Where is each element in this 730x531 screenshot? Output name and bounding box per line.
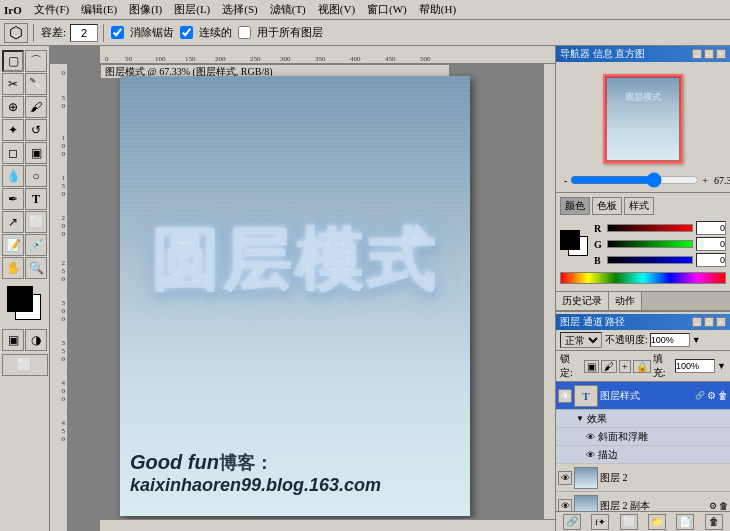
tool-notes[interactable]: 📝 [2,234,24,256]
tool-brush[interactable]: 🖌 [25,96,47,118]
tool-quickmask-mode[interactable]: ◑ [25,329,47,351]
contiguous-checkbox[interactable] [180,26,193,39]
b-value-input[interactable] [696,253,726,267]
tool-healing[interactable]: ⊕ [2,96,24,118]
fill-input[interactable] [675,359,715,373]
opacity-dropdown-icon[interactable]: ▼ [692,335,701,345]
layer-2-copy-delete[interactable]: 🗑 [719,501,728,511]
tool-row-2: ✂ 🔪 [2,73,47,95]
effect-stroke-label: 描边 [598,448,618,462]
tool-gradient[interactable]: ▣ [25,142,47,164]
tool-lasso[interactable]: ⌒ [25,50,47,72]
tolerance-input[interactable] [70,24,98,42]
zoom-in-icon[interactable]: + [702,175,708,186]
tool-row-7: ✒ T [2,188,47,210]
antialias-checkbox[interactable] [111,26,124,39]
tab-styles[interactable]: 样式 [624,197,654,215]
tool-history-brush[interactable]: ↺ [25,119,47,141]
menu-image[interactable]: 图像(I) [123,0,168,19]
g-value-input[interactable] [696,237,726,251]
layer-delete-btn[interactable]: 🗑 [705,514,723,530]
minimize-button[interactable]: _ [692,49,702,59]
navigator-thumbnail: 圆层模式 [603,74,683,164]
canvas-goodfun-text: Good fun [130,451,219,473]
layer-mask-btn[interactable]: ⬜ [620,514,638,530]
layer-fx-btn[interactable]: f✦ [591,514,609,530]
tab-color[interactable]: 颜色 [560,197,590,215]
tool-path-select[interactable]: ↗ [2,211,24,233]
tool-standard-mode[interactable]: ▣ [2,329,24,351]
g-label: G [594,239,604,250]
menu-view[interactable]: 视图(V) [312,0,361,19]
navigator-section: 导航器 信息 直方图 _ □ × 圆层模式 - + 67.3 [556,46,730,192]
maximize-button[interactable]: □ [704,49,714,59]
tool-dodge[interactable]: ○ [25,165,47,187]
lock-label: 锁定: [560,352,582,380]
lock-image-icon[interactable]: 🖌 [601,360,617,373]
layers-titlebar: 图层 通道 路径 _ □ × [556,314,730,330]
menu-window[interactable]: 窗口(W) [361,0,413,19]
tool-crop[interactable]: ✂ [2,73,24,95]
layer-effect-eye-bevel[interactable]: 👁 [586,432,595,442]
r-value-input[interactable] [696,221,726,235]
tool-blur[interactable]: 💧 [2,165,24,187]
tab-swatches[interactable]: 色板 [592,197,622,215]
vertical-scrollbar[interactable] [543,64,555,519]
layer-eye-2[interactable]: 👁 [558,471,572,485]
fill-label: 填充: [653,352,673,380]
zoom-slider[interactable] [570,174,699,186]
layer-item-2-copy[interactable]: 👁 图层 2 副本 ⚙ 🗑 [556,492,730,511]
menu-filter[interactable]: 滤镜(T) [264,0,312,19]
layer-eye-2-copy[interactable]: 👁 [558,499,572,512]
layer-link-btn[interactable]: 🔗 [563,514,581,530]
lock-position-icon[interactable]: + [619,360,631,373]
layer-link-icon: 🔗 [695,391,705,400]
layer-item-text[interactable]: 👁 T 图层样式 🔗 ⚙ 🗑 [556,382,730,410]
layers-minimize[interactable]: _ [692,317,702,327]
tab-actions[interactable]: 动作 [609,292,642,310]
toolbar-magic-wand[interactable]: ⬡ [4,23,28,43]
lock-all-icon[interactable]: 🔒 [633,360,651,373]
tool-eyedropper[interactable]: 💉 [25,234,47,256]
blend-mode-select[interactable]: 正常 [560,332,602,348]
color-spectrum[interactable] [560,272,726,284]
tool-selection[interactable]: ▢ [2,50,24,72]
opacity-input[interactable] [650,333,690,347]
fill-dropdown-icon[interactable]: ▼ [717,361,726,371]
layer-new-btn[interactable]: 📄 [676,514,694,530]
tool-zoom[interactable]: 🔍 [25,257,47,279]
effect-expand-icon[interactable]: ▼ [576,414,584,423]
tool-row-screen: ⬜ [2,354,48,376]
tool-slice[interactable]: 🔪 [25,73,47,95]
foreground-color-box[interactable] [7,286,33,312]
layer-eye-text[interactable]: 👁 [558,389,572,403]
layer-effect-eye-stroke[interactable]: 👁 [586,450,595,460]
horizontal-scrollbar[interactable] [100,519,555,531]
all-layers-checkbox[interactable] [238,26,251,39]
layer-group-btn[interactable]: 📁 [648,514,666,530]
tool-eraser[interactable]: ◻ [2,142,24,164]
zoom-out-icon[interactable]: - [564,175,567,186]
close-button[interactable]: × [716,49,726,59]
menu-select[interactable]: 选择(S) [216,0,263,19]
tool-clone[interactable]: ✦ [2,119,24,141]
tool-shape[interactable]: ⬜ [25,211,47,233]
tab-history[interactable]: 历史记录 [556,292,609,310]
layers-close[interactable]: × [716,317,726,327]
menu-layer[interactable]: 图层(L) [168,0,216,19]
layer-item-2[interactable]: 👁 图层 2 [556,464,730,492]
tool-screen-mode[interactable]: ⬜ [2,354,48,376]
contiguous-label: 连续的 [197,25,234,40]
lock-transparent-icon[interactable]: ▣ [584,360,599,373]
layers-maximize[interactable]: □ [704,317,714,327]
layer-2-copy-options[interactable]: ⚙ [709,501,717,511]
menu-help[interactable]: 帮助(H) [413,0,462,19]
layer-options-icon[interactable]: ⚙ [707,390,716,401]
tool-hand[interactable]: ✋ [2,257,24,279]
tool-pen[interactable]: ✒ [2,188,24,210]
menu-file[interactable]: 文件(F) [28,0,75,19]
layer-delete-icon[interactable]: 🗑 [718,390,728,401]
tool-text[interactable]: T [25,188,47,210]
menu-edit[interactable]: 编辑(E) [75,0,123,19]
navigator-panel-title: 导航器 信息 直方图 [560,47,645,61]
